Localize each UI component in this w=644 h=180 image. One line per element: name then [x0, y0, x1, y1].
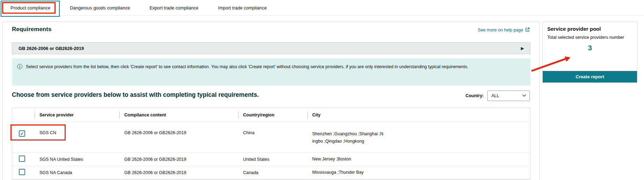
tab-import-trade-compliance[interactable]: Import trade compliance [208, 0, 276, 15]
cell-country-region: United States [238, 157, 307, 162]
tab-export-trade-compliance[interactable]: Export trade compliance [140, 0, 208, 15]
cell-country-region: China [238, 130, 307, 135]
cell-service-provider: SGS NA Canada [35, 170, 119, 175]
row-checkbox[interactable] [19, 130, 25, 137]
accordion-collapsed-triangle-icon: ▶ [521, 46, 524, 51]
providers-section-heading: Choose from service providers below to a… [12, 91, 259, 99]
help-link-label: See more on help page [478, 28, 523, 33]
table-header-row: Service provider Compliance content Coun… [12, 108, 530, 122]
cell-service-provider: SGS NA United States [35, 157, 119, 162]
chevron-down-icon [522, 93, 526, 97]
info-icon: i [17, 64, 22, 69]
service-provider-pool-card: Service provider pool Total selected ser… [542, 22, 637, 83]
cell-city: New Jersey ;Boston [312, 156, 351, 163]
table-row: SGS NA United States GB 2626-2006 or GB2… [12, 153, 530, 166]
tab-dangerous-goods-compliance[interactable]: Dangerous goods compliance [60, 0, 140, 15]
cell-compliance-content: GB 2626-2006 or GB2626-2019 [119, 130, 238, 135]
cell-service-provider: SGS CN [35, 130, 119, 135]
header-country-region: Country/region [238, 113, 307, 117]
tab-product-compliance[interactable]: Product compliance [1, 0, 60, 15]
header-compliance-content: Compliance content [119, 113, 238, 117]
info-banner-text: Select service providers from the list b… [26, 64, 468, 86]
cell-city: Mississauga ;Thunder Bay [312, 169, 364, 176]
create-report-button[interactable]: Create report [543, 71, 637, 82]
help-page-link[interactable]: See more on help page [478, 27, 530, 33]
cell-country-region: Canada [238, 170, 307, 175]
row-checkbox[interactable] [19, 156, 25, 162]
pool-title: Service provider pool [547, 26, 632, 32]
requirement-accordion-header[interactable]: GB 2626-2006 or GB2626-2019 ▶ [12, 42, 530, 54]
pool-subtitle: Total selected service providers number [547, 35, 632, 40]
main-panel: Requirements See more on help page GB 26… [2, 22, 540, 180]
service-providers-table: Service provider Compliance content Coun… [12, 108, 530, 180]
selected-providers-count: 3 [543, 44, 637, 52]
country-select[interactable]: ALL [487, 91, 530, 101]
compliance-tab-bar: Product compliance Dangerous goods compl… [0, 0, 644, 16]
requirements-title: Requirements [12, 26, 51, 33]
cell-city: Shenzhen ;Guangzhou ;Shanghai ;Ningbo ;Q… [312, 130, 384, 145]
cell-compliance-content: GB 2626-2006 or GB2626-2019 [119, 170, 238, 175]
table-row: SGS NA Canada GB 2626-2006 or GB2626-201… [12, 166, 530, 179]
requirement-accordion-label: GB 2626-2006 or GB2626-2019 [19, 46, 84, 51]
row-checkbox[interactable] [19, 169, 25, 175]
info-banner: i Select service providers from the list… [12, 58, 530, 86]
table-row: SGS CN GB 2626-2006 or GB2626-2019 China… [12, 122, 530, 153]
header-service-provider: Service provider [35, 113, 119, 117]
header-city: City [307, 113, 530, 117]
cell-compliance-content: GB 2626-2006 or GB2626-2019 [119, 157, 238, 162]
page: Product compliance Dangerous goods compl… [0, 0, 644, 180]
external-link-icon [525, 27, 530, 33]
country-filter: Country: ALL [466, 91, 530, 101]
country-filter-label: Country: [466, 93, 484, 98]
country-select-value: ALL [491, 93, 499, 98]
